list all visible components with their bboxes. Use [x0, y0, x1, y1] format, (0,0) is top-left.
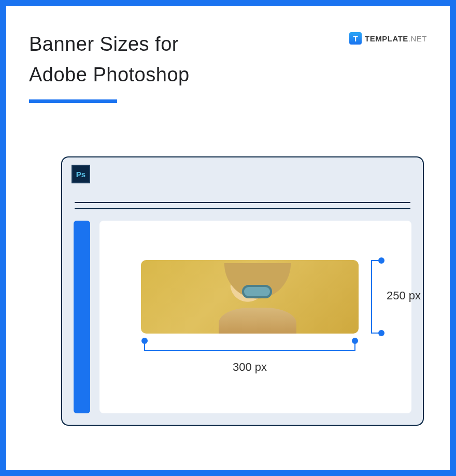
title-block: Banner Sizes for Adobe Photoshop	[29, 29, 190, 103]
photoshop-icon: Ps	[72, 165, 90, 183]
dimension-line	[371, 260, 372, 334]
width-label: 300 px	[144, 360, 355, 374]
menu-lines	[75, 202, 410, 209]
logo-text: TEMPLATE.NET	[365, 34, 427, 43]
window-titlebar: Ps	[62, 157, 423, 195]
menu-line	[75, 208, 410, 209]
window-body: 250 px 300 px	[74, 221, 411, 413]
title-underline	[29, 99, 117, 103]
dimension-endpoint-icon	[352, 338, 358, 344]
banner-preview-image	[141, 260, 359, 334]
header: Banner Sizes for Adobe Photoshop T TEMPL…	[29, 29, 427, 103]
document-frame: Banner Sizes for Adobe Photoshop T TEMPL…	[0, 0, 456, 476]
canvas-area: 250 px 300 px	[99, 221, 411, 413]
menu-line	[75, 202, 410, 203]
width-dimension: 300 px	[144, 341, 355, 374]
image-detail	[219, 263, 296, 305]
height-dimension-bar	[371, 260, 383, 334]
logo-ext: .NET	[408, 34, 427, 43]
height-dimension: 250 px	[364, 260, 416, 334]
page-title-line2: Adobe Photoshop	[29, 60, 190, 90]
page-title-line1: Banner Sizes for	[29, 29, 190, 60]
logo-brand: TEMPLATE	[365, 34, 408, 43]
dimension-line	[144, 350, 355, 351]
dimension-endpoint-icon	[378, 257, 384, 264]
brand-logo: T TEMPLATE.NET	[349, 32, 427, 45]
app-window: Ps 2	[61, 156, 424, 426]
logo-badge-icon: T	[349, 32, 362, 45]
height-label: 250 px	[387, 289, 421, 302]
dimension-endpoint-icon	[378, 330, 384, 336]
image-detail	[219, 308, 296, 334]
sidebar-strip	[74, 221, 90, 413]
dimension-endpoint-icon	[141, 338, 148, 344]
width-dimension-bar	[144, 341, 355, 353]
